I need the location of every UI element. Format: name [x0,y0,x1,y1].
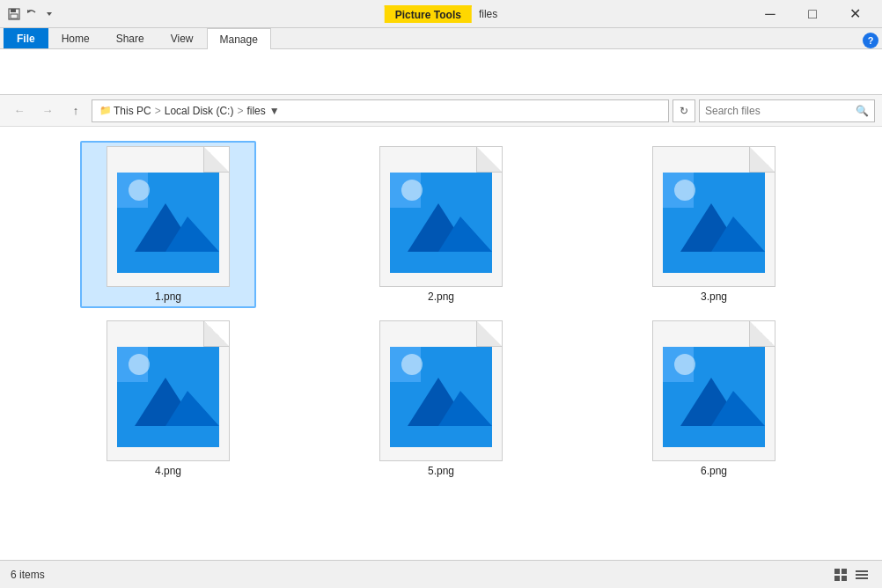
svg-point-16 [401,180,423,201]
back-button[interactable]: ← [7,99,32,123]
title-bar: Picture Tools files ─ □ ✕ [0,0,882,28]
window-title: files [479,8,497,20]
file-item-1[interactable]: 1.png [80,141,256,308]
file-icon-5 [379,320,503,461]
tab-share[interactable]: Share [103,27,158,48]
tab-manage[interactable]: Manage [207,28,271,49]
title-bar-left [7,7,56,21]
svg-rect-2 [11,14,18,18]
address-path[interactable]: 📁 This PC > Local Disk (C:) > files ▼ [92,99,669,122]
address-bar: ← → ↑ 📁 This PC > Local Disk (C:) > file… [0,95,882,127]
svg-point-26 [129,354,150,375]
quick-access-dropdown[interactable] [42,7,56,21]
file-area: 1.png 2.png [0,127,882,560]
svg-rect-40 [842,576,847,581]
svg-rect-42 [856,574,868,576]
status-bar: 6 items [0,560,882,588]
title-bar-controls: ─ □ ✕ [750,0,875,28]
file-item-6[interactable]: 6.png [626,315,802,482]
file-name-5: 5.png [428,465,454,477]
svg-rect-39 [834,576,840,581]
file-icon-6 [652,320,775,461]
path-this-pc[interactable]: This PC [114,105,151,117]
file-icon-1 [107,146,230,287]
tab-view[interactable]: View [158,27,207,48]
file-name-3: 3.png [701,290,727,303]
file-item-3[interactable]: 3.png [626,141,802,308]
maximize-button[interactable]: □ [792,0,833,28]
up-button[interactable]: ↑ [63,99,88,123]
files-grid: 1.png 2.png [14,134,868,489]
view-buttons [831,565,871,584]
view-large-icons[interactable] [831,565,850,584]
quick-access-save[interactable] [7,7,21,21]
svg-rect-38 [842,569,847,574]
path-local-disk[interactable]: Local Disk (C:) [165,105,234,117]
file-item-2[interactable]: 2.png [353,141,529,308]
close-button[interactable]: ✕ [834,0,875,28]
search-icon[interactable]: 🔍 [856,105,869,117]
file-icon-4 [107,320,230,461]
svg-point-21 [674,180,695,201]
file-name-1: 1.png [155,290,181,303]
svg-point-36 [674,354,695,375]
help-button[interactable]: ? [863,33,878,48]
ribbon-content [0,49,882,95]
path-dropdown[interactable]: ▼ [268,105,282,117]
search-input[interactable] [705,105,852,117]
path-files[interactable]: files [246,105,265,117]
svg-rect-41 [856,570,868,572]
tab-file[interactable]: File [4,27,48,48]
file-icon-2 [379,146,503,287]
svg-rect-43 [856,577,868,579]
svg-rect-1 [11,9,16,12]
view-details[interactable] [852,565,871,584]
svg-point-31 [401,354,423,375]
file-name-2: 2.png [428,290,454,303]
svg-rect-37 [834,569,840,574]
file-item-5[interactable]: 5.png [353,315,529,482]
quick-access-undo[interactable] [25,7,39,21]
tab-home[interactable]: Home [48,27,103,48]
title-bar-center: Picture Tools files [385,5,497,23]
ribbon-tabs: File Home Share View Manage ? [0,28,882,49]
svg-marker-4 [47,12,52,16]
file-item-4[interactable]: 4.png [80,315,256,482]
file-icon-3 [652,146,775,287]
file-name-4: 4.png [155,465,181,477]
svg-point-11 [129,180,150,201]
search-box[interactable]: 🔍 [699,99,875,122]
refresh-button[interactable]: ↻ [673,99,695,122]
minimize-button[interactable]: ─ [750,0,790,28]
status-item-count: 6 items [11,569,45,581]
picture-tools-tab: Picture Tools [385,5,472,23]
forward-button[interactable]: → [35,99,60,123]
file-name-6: 6.png [701,465,727,477]
